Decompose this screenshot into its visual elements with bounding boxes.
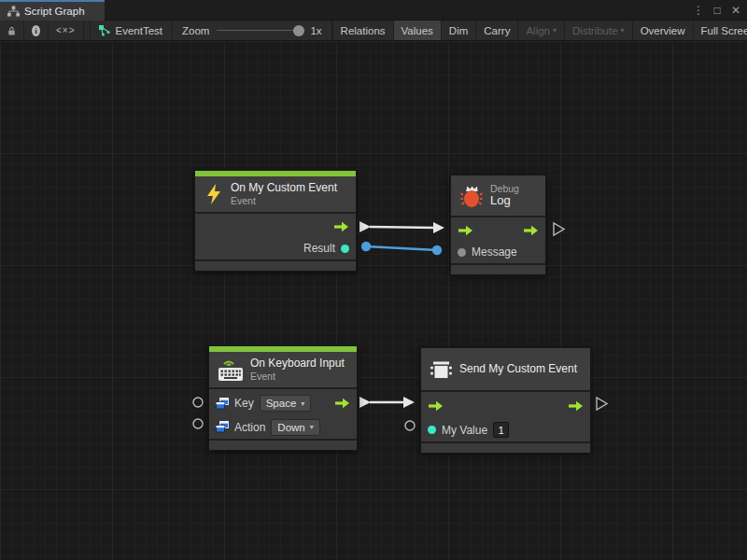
unconnected-value-port-my-value[interactable] — [405, 421, 415, 430]
zoom-value-label: 1x — [310, 25, 321, 36]
control-output-arrow-icon[interactable] — [333, 221, 349, 232]
action-port-label: Action — [234, 421, 265, 434]
message-value-port[interactable] — [458, 248, 466, 257]
graph-toolbar: i <×> EventTest Zoom 1x Relations Values… — [0, 21, 747, 41]
chevron-down-icon: ▾ — [621, 26, 625, 35]
node-title: Send My Custom Event — [459, 363, 577, 376]
maximize-icon[interactable]: □ — [710, 3, 725, 18]
control-output-arrow-icon[interactable] — [523, 225, 539, 236]
node-footer — [451, 265, 545, 274]
unconnected-control-port-send-event[interactable] — [597, 398, 607, 410]
node-header[interactable]: Debug Log — [451, 175, 545, 216]
my-value-port[interactable] — [428, 426, 436, 434]
chevron-down-icon: ▾ — [553, 26, 557, 35]
control-output-arrow-icon[interactable] — [334, 398, 350, 409]
control-connection-1 — [359, 221, 444, 233]
chevron-down-icon: ▾ — [310, 423, 314, 431]
result-value-port[interactable] — [341, 245, 349, 253]
node-title: Log — [490, 194, 519, 208]
node-header[interactable]: On Keyboard Input Event — [209, 352, 357, 387]
lightning-icon — [204, 183, 224, 205]
tab-bar: Script Graph ⋮ □ ✕ — [0, 0, 747, 21]
node-header[interactable]: On My Custom Event Event — [195, 176, 356, 212]
carry-button[interactable]: Carry — [475, 21, 517, 40]
control-input-arrow-icon[interactable] — [458, 225, 473, 236]
zoom-label: Zoom — [182, 25, 209, 36]
zoom-slider[interactable] — [217, 30, 303, 31]
my-value-input[interactable] — [493, 422, 509, 438]
lock-button[interactable] — [0, 21, 24, 40]
graph-name-label: EventTest — [116, 25, 163, 36]
node-title: On My Custom Event — [231, 182, 337, 195]
chevron-down-icon: ▾ — [301, 399, 304, 408]
key-dropdown[interactable]: Space ▾ — [260, 395, 312, 412]
full-screen-button[interactable]: Full Screen — [693, 21, 747, 40]
node-subtitle: Event — [250, 371, 345, 382]
custom-event-icon — [430, 358, 453, 381]
connections-layer — [0, 41, 747, 560]
control-output-arrow-icon[interactable] — [568, 400, 584, 412]
node-footer — [209, 441, 357, 450]
enum-type-icon — [216, 421, 229, 433]
node-debug-log[interactable]: Debug Log Message — [450, 175, 546, 275]
graph-canvas[interactable]: On My Custom Event Event Result — [0, 41, 747, 560]
node-header[interactable]: Send My Custom Event — [421, 348, 590, 390]
node-footer — [195, 261, 356, 271]
key-port-label: Key — [234, 397, 254, 410]
control-connection-2 — [359, 397, 415, 408]
zoom-slider-handle[interactable] — [293, 25, 304, 36]
tab-label: Script Graph — [24, 6, 85, 17]
values-button[interactable]: Values — [393, 21, 441, 40]
dim-button[interactable]: Dim — [441, 21, 475, 40]
message-port-label: Message — [472, 245, 517, 259]
kebab-menu-icon[interactable]: ⋮ — [691, 3, 706, 18]
graph-hierarchy-icon — [7, 6, 20, 17]
relations-button[interactable]: Relations — [332, 21, 393, 40]
code-view-button[interactable]: <×> — [49, 21, 84, 40]
unconnected-value-port-key[interactable] — [193, 398, 203, 407]
my-value-port-label: My Value — [442, 424, 487, 437]
overview-button[interactable]: Overview — [632, 21, 693, 40]
enum-type-icon — [216, 398, 229, 410]
graph-reference-button[interactable]: EventTest — [90, 21, 174, 40]
keyboard-icon — [218, 357, 244, 382]
inspect-button[interactable]: i — [24, 21, 49, 40]
zoom-control: Zoom 1x — [173, 21, 332, 40]
value-connection-1 — [361, 242, 442, 255]
distribute-dropdown[interactable]: Distribute▾ — [564, 21, 632, 40]
result-port-label: Result — [303, 242, 335, 255]
align-dropdown[interactable]: Align▾ — [517, 21, 564, 40]
control-input-arrow-icon[interactable] — [428, 400, 444, 412]
node-title: On Keyboard Input — [250, 357, 345, 371]
graph-asset-icon — [98, 24, 110, 36]
node-footer — [421, 443, 590, 453]
unconnected-value-port-action[interactable] — [193, 419, 203, 428]
info-icon: i — [32, 25, 40, 36]
node-on-my-custom-event[interactable]: On My Custom Event Event Result — [194, 170, 357, 272]
bug-icon — [459, 184, 484, 208]
code-icon: <×> — [56, 25, 76, 35]
unconnected-control-port-debug-log[interactable] — [554, 223, 564, 235]
node-send-my-custom-event[interactable]: Send My Custom Event My Value — [420, 347, 591, 454]
lock-icon — [7, 25, 16, 36]
action-dropdown[interactable]: Down ▾ — [271, 419, 319, 436]
toolbar-buttons: Relations Values Dim Carry Align▾ Distri… — [332, 21, 747, 40]
node-on-keyboard-input[interactable]: On Keyboard Input Event Key Space — [208, 345, 358, 451]
script-graph-window: Script Graph ⋮ □ ✕ i <×> — [0, 0, 747, 560]
tab-script-graph[interactable]: Script Graph — [0, 0, 105, 21]
close-icon[interactable]: ✕ — [728, 3, 743, 18]
node-subtitle: Event — [231, 195, 337, 206]
window-controls: ⋮ □ ✕ — [691, 0, 743, 21]
